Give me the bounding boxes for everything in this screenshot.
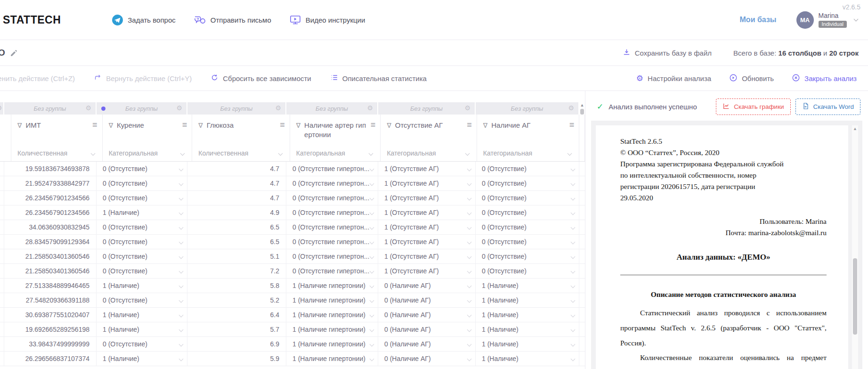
cell-categorical[interactable]: 0 (Отсутствие): [476, 176, 579, 190]
menu-icon[interactable]: ≡: [280, 121, 285, 130]
avatar[interactable]: MA: [796, 11, 814, 29]
cell-categorical[interactable]: 0 (Отсутствие гипертон...: [286, 205, 378, 220]
chevron-down-icon[interactable]: [854, 16, 859, 21]
cell-numeric[interactable]: 7.2: [187, 264, 286, 278]
cell-categorical[interactable]: 0 (Наличие АГ): [378, 293, 476, 307]
gear-icon[interactable]: ⚙: [464, 104, 471, 112]
cell-numeric[interactable]: 26.234567901234566: [4, 191, 97, 205]
cell-numeric[interactable]: 5.1: [187, 249, 286, 263]
download-charts-button[interactable]: Скачать графики: [716, 98, 790, 115]
group-cell[interactable]: Без группы⚙: [4, 102, 97, 115]
cell-categorical[interactable]: 0 (Наличие АГ): [378, 308, 476, 322]
scrollbar-thumb[interactable]: [580, 109, 584, 115]
column-type-select[interactable]: Категориальная: [483, 149, 574, 157]
cell-categorical[interactable]: 1 (Отсутствие АГ): [378, 235, 476, 249]
cell-categorical[interactable]: 0 (Отсутствие): [476, 249, 579, 263]
group-cell[interactable]: Без группы⚙: [378, 102, 476, 115]
cell-numeric[interactable]: 28.834579099129364: [4, 235, 97, 249]
nav-ask-question[interactable]: Задать вопрос: [112, 14, 175, 26]
cell-numeric[interactable]: 26.296566837107374: [4, 352, 97, 366]
filter-icon[interactable]: ∇: [198, 121, 203, 130]
cell-categorical[interactable]: 0 (Отсутствие гипертон...: [286, 249, 378, 263]
column-header-ag[interactable]: ∇Наличие АГ≡ Категориальная: [477, 115, 579, 161]
cell-categorical[interactable]: 1 (Наличие): [97, 322, 187, 336]
gear-icon[interactable]: ⚙: [568, 104, 574, 112]
column-type-select[interactable]: Количественная: [198, 149, 284, 157]
cell-categorical[interactable]: 0 (Отсутствие гипертон...: [286, 235, 378, 249]
gear-icon[interactable]: ⚙: [176, 104, 182, 112]
cell-categorical[interactable]: 1 (Наличие): [476, 308, 579, 322]
cell-numeric[interactable]: 21.258503401360546: [4, 264, 97, 278]
nav-video-instructions[interactable]: Видео инструкции: [289, 14, 365, 25]
nav-send-letter[interactable]: ? ... Отправить письмо: [194, 14, 271, 25]
cell-categorical[interactable]: 0 (Отсутствие): [97, 162, 187, 176]
reset-dependencies-button[interactable]: Сбросить все зависимости: [211, 74, 311, 83]
cell-numeric[interactable]: 27.513384889946465: [4, 279, 97, 293]
cell-categorical[interactable]: 1 (Наличие): [97, 205, 187, 220]
cell-numeric[interactable]: 26.234567901234566: [4, 205, 97, 220]
cell-categorical[interactable]: 0 (Отсутствие): [97, 249, 187, 263]
cell-categorical[interactable]: 1 (Отсутствие АГ): [378, 176, 476, 190]
column-type-select[interactable]: Категориальная: [296, 149, 376, 157]
undo-button[interactable]: менить действие (Ctrl+Z): [0, 74, 75, 82]
group-cell[interactable]: Без группы⚙: [187, 102, 286, 115]
cell-categorical[interactable]: 1 (Отсутствие АГ): [378, 205, 476, 220]
filter-icon[interactable]: ∇: [387, 121, 391, 130]
cell-categorical[interactable]: 0 (Отсутствие): [476, 235, 579, 249]
cell-numeric[interactable]: 5.8: [187, 279, 286, 293]
descriptive-statistics-button[interactable]: Описательная статистика: [330, 74, 427, 83]
table-scrollbar-track[interactable]: [579, 115, 585, 161]
cell-categorical[interactable]: 1 (Наличие): [476, 293, 579, 307]
cell-categorical[interactable]: 1 (Наличие): [476, 279, 579, 293]
cell-categorical[interactable]: 0 (Отсутствие): [476, 191, 579, 205]
cell-categorical[interactable]: 1 (Наличие): [97, 352, 187, 366]
gear-icon[interactable]: ⚙: [85, 104, 91, 112]
gear-icon[interactable]: ⚙: [275, 104, 281, 112]
group-cell[interactable]: Без группы⚙: [97, 102, 187, 115]
cell-numeric[interactable]: 6.5: [187, 220, 286, 234]
cell-categorical[interactable]: 0 (Наличие АГ): [378, 322, 476, 336]
gear-icon[interactable]: ⚙: [367, 104, 373, 112]
download-word-button[interactable]: w Скачать Word: [795, 98, 860, 115]
cell-categorical[interactable]: 0 (Отсутствие): [97, 293, 187, 307]
cell-numeric[interactable]: 4.7: [187, 176, 286, 190]
column-header-imt[interactable]: ∇ИМТ≡ Количественная: [11, 115, 103, 161]
cell-categorical[interactable]: 1 (Наличие): [97, 279, 187, 293]
filter-icon[interactable]: ∇: [483, 121, 487, 130]
cell-categorical[interactable]: 0 (Наличие АГ): [378, 279, 476, 293]
menu-icon[interactable]: ≡: [569, 121, 575, 130]
cell-numeric[interactable]: 30.693877551020407: [4, 308, 97, 322]
filter-icon[interactable]: ∇: [296, 121, 300, 140]
cell-categorical[interactable]: 1 (Отсутствие АГ): [378, 220, 476, 234]
edit-pencil-icon[interactable]: [10, 49, 18, 57]
cell-categorical[interactable]: 1 (Наличие гипертонии): [286, 279, 378, 293]
cell-categorical[interactable]: 1 (Отсутствие АГ): [378, 249, 476, 263]
scrollbar-thumb[interactable]: [853, 258, 857, 335]
cell-categorical[interactable]: 0 (Отсутствие): [97, 176, 187, 190]
cell-numeric[interactable]: 5.2: [187, 293, 286, 307]
cell-numeric[interactable]: 6.9: [187, 337, 286, 351]
cell-categorical[interactable]: 0 (Отсутствие): [476, 264, 579, 278]
cell-numeric[interactable]: 6.5: [187, 235, 286, 249]
column-type-select[interactable]: Категориальная: [109, 149, 187, 157]
menu-icon[interactable]: ≡: [92, 121, 97, 130]
cell-numeric[interactable]: 34.06360930832945: [4, 220, 97, 234]
column-header-no-ag[interactable]: ∇Отсутствие АГ≡ Категориальная: [381, 115, 477, 161]
cell-categorical[interactable]: 0 (Отсутствие): [476, 220, 579, 234]
cell-numeric[interactable]: 19.591836734693878: [4, 162, 97, 176]
cell-numeric[interactable]: 21.952479338842977: [4, 176, 97, 190]
cell-numeric[interactable]: 4.7: [187, 191, 286, 205]
column-header-hypertension[interactable]: ∇Наличие артер гипертонии≡ Категориальна…: [290, 115, 381, 161]
cell-categorical[interactable]: 0 (Наличие АГ): [378, 337, 476, 351]
cell-categorical[interactable]: 0 (Отсутствие): [476, 205, 579, 220]
group-cell[interactable]: Без группы⚙: [286, 102, 378, 115]
cell-categorical[interactable]: 0 (Отсутствие): [97, 264, 187, 278]
cell-categorical[interactable]: 0 (Отсутствие): [97, 191, 187, 205]
group-cell[interactable]: Без группы⚙: [476, 102, 579, 115]
save-database-button[interactable]: Сохранить базу в файл: [623, 48, 712, 57]
scroll-up-icon[interactable]: ▲: [580, 103, 584, 107]
cell-categorical[interactable]: 0 (Отсутствие гипертон...: [286, 220, 378, 234]
analysis-settings-button[interactable]: ⚙ Настройки анализа: [636, 74, 711, 82]
column-header-smoking[interactable]: ∇Курение≡ Категориальная: [103, 115, 193, 161]
cell-categorical[interactable]: 0 (Отсутствие): [97, 220, 187, 234]
